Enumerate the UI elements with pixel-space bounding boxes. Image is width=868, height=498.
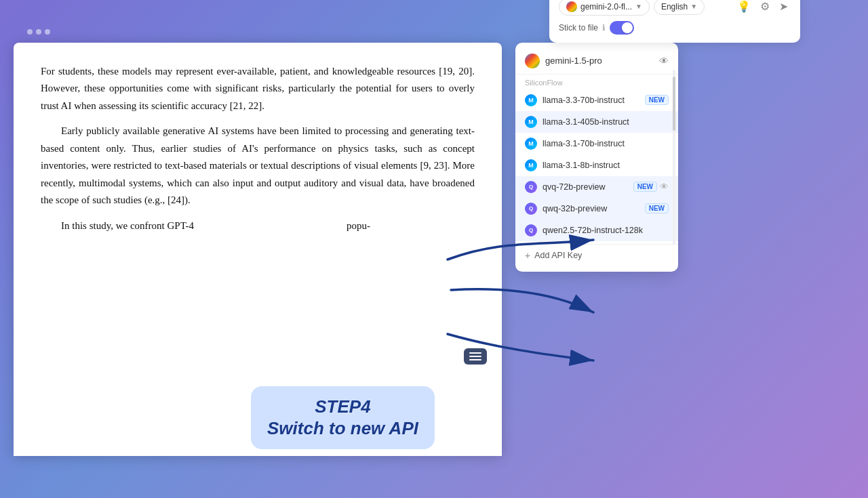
main-container: For students, these models may represent… <box>14 22 854 483</box>
window-controls <box>27 29 50 35</box>
dot-1 <box>27 29 33 35</box>
hamburger-line-1 <box>469 352 481 354</box>
eye-icon-5: 👁 <box>660 182 669 192</box>
model-selector-label: gemini-2.0-fl... <box>580 2 632 12</box>
model-name-6: qwq-32b-preview <box>542 204 642 213</box>
qwen-logo-1: Q <box>525 181 537 193</box>
badge-new-5: NEW <box>633 182 657 192</box>
plus-icon: + <box>525 250 530 261</box>
step4-subtitle: Switch to new API <box>267 417 418 440</box>
model-name-7: qwen2.5-72b-instruct-128k <box>542 226 669 235</box>
gemini-icon-small <box>566 1 577 12</box>
scrollbar-thumb[interactable] <box>673 77 675 131</box>
model-name-1: llama-3.3-70b-instruct <box>542 96 642 105</box>
bottom-actions: 💡 ⚙ ➤ <box>734 0 791 14</box>
model-name-4: llama-3.1-8b-instruct <box>542 161 669 170</box>
selected-model-label: gemini-1.5-pro <box>545 56 659 66</box>
model-item-qwq-32b[interactable]: Q qwq-32b-preview NEW <box>515 198 678 220</box>
qwen-logo-2: Q <box>525 203 537 215</box>
chevron-down-icon-model: ▼ <box>635 3 642 10</box>
gemini-icon <box>525 54 540 68</box>
model-name-2: llama-3.1-405b-instruct <box>542 117 669 127</box>
stick-to-file-row: Stick to file ℹ <box>559 21 791 35</box>
model-item-llama-31-8b[interactable]: M llama-3.1-8b-instruct <box>515 154 678 176</box>
prompt-section: elect a prompt. gemini-2.0-fl... ▼ Engli… <box>549 0 800 43</box>
provider-label-siliconflow: SiliconFlow <box>515 75 678 89</box>
model-selector-button[interactable]: gemini-2.0-fl... ▼ <box>559 0 650 16</box>
stick-to-file-label: Stick to file <box>559 23 598 33</box>
dot-2 <box>36 29 41 35</box>
model-item-llama-31-70b[interactable]: M llama-3.1-70b-instruct <box>515 133 678 154</box>
qwen-logo-3: Q <box>525 224 537 236</box>
chevron-down-icon-lang: ▼ <box>690 3 697 10</box>
eye-icon-header: 👁 <box>659 56 669 66</box>
model-item-llama-31-405b[interactable]: M llama-3.1-405b-instruct <box>515 111 678 133</box>
model-name-3: llama-3.1-70b-instruct <box>542 139 669 148</box>
meta-logo-2: M <box>525 116 537 128</box>
step4-title: STEP4 <box>267 396 418 418</box>
prompt-selectors: gemini-2.0-fl... ▼ English ▼ <box>559 0 705 16</box>
pdf-paragraph-1: For students, these models may represent… <box>41 63 475 115</box>
hamburger-button[interactable] <box>464 348 487 365</box>
hamburger-line-2 <box>469 356 481 357</box>
scrollbar-track <box>673 70 675 245</box>
lightbulb-button[interactable]: 💡 <box>734 0 753 14</box>
hamburger-line-3 <box>469 359 481 360</box>
language-selector-button[interactable]: English ▼ <box>654 0 705 15</box>
pdf-paragraph-3: In this study, we confront GPT-4 popu- <box>41 217 475 235</box>
prompt-footer: gemini-2.0-fl... ▼ English ▼ 💡 ⚙ ➤ <box>559 0 791 16</box>
dot-3 <box>45 29 50 35</box>
stick-to-file-toggle[interactable] <box>610 21 634 35</box>
badge-new-1: NEW <box>645 95 669 105</box>
model-item-llama-33-70b[interactable]: M llama-3.3-70b-instruct NEW <box>515 89 678 111</box>
pdf-content: For students, these models may represent… <box>41 63 475 235</box>
settings-button[interactable]: ⚙ <box>757 0 772 14</box>
add-api-key-button[interactable]: + Add API Key <box>515 244 678 266</box>
add-api-key-label: Add API Key <box>534 251 582 260</box>
send-button[interactable]: ➤ <box>776 0 791 14</box>
info-icon: ℹ <box>602 23 606 33</box>
step4-annotation-box: STEP4 Switch to new API <box>251 386 435 449</box>
model-item-qvq-72b[interactable]: Q qvq-72b-preview NEW 👁 <box>515 176 678 198</box>
meta-logo-3: M <box>525 138 537 150</box>
meta-logo-1: M <box>525 94 537 106</box>
pdf-paragraph-2: Early publicly available generative AI s… <box>41 123 475 209</box>
meta-logo-4: M <box>525 159 537 171</box>
dropdown-header[interactable]: gemini-1.5-pro 👁 <box>515 48 678 75</box>
badge-new-6: NEW <box>645 203 669 213</box>
model-dropdown: gemini-1.5-pro 👁 SiliconFlow M llama-3.3… <box>515 43 678 272</box>
language-label: English <box>661 2 688 12</box>
model-item-qwen-72b-128k[interactable]: Q qwen2.5-72b-instruct-128k <box>515 220 678 241</box>
model-name-5: qvq-72b-preview <box>542 182 631 192</box>
